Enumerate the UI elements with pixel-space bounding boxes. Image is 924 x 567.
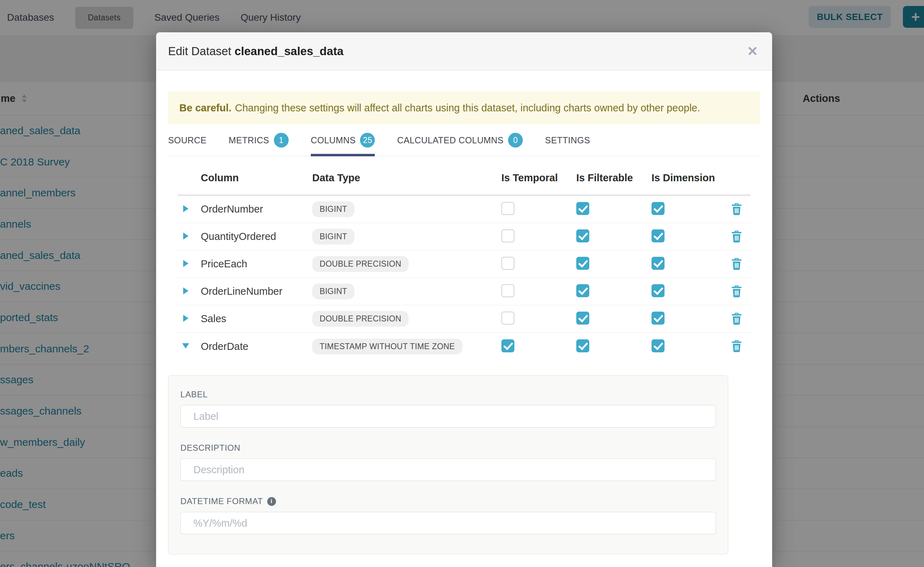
column-name: PriceEach xyxy=(201,258,312,270)
data-type-pill: BIGINT xyxy=(312,201,354,217)
delete-icon[interactable] xyxy=(731,340,742,353)
is-dimension-checkbox[interactable] xyxy=(652,202,665,215)
warning-text: Changing these settings will affect all … xyxy=(235,102,700,114)
delete-icon[interactable] xyxy=(731,313,742,325)
tab-metrics[interactable]: METRICS 1 xyxy=(229,124,288,156)
data-type-pill: DOUBLE PRECISION xyxy=(312,256,409,272)
columns-table-header: Column Data Type Is Temporal Is Filterab… xyxy=(178,156,751,196)
expand-caret-icon[interactable] xyxy=(183,205,188,212)
is-temporal-checkbox[interactable] xyxy=(501,202,515,215)
column-name: OrderNumber xyxy=(201,203,312,215)
modal-title-prefix: Edit Dataset xyxy=(168,45,231,58)
close-icon[interactable]: ✕ xyxy=(747,45,758,58)
info-icon[interactable]: i xyxy=(267,497,276,506)
expand-caret-icon[interactable] xyxy=(183,260,188,267)
column-row: QuantityOrdered BIGINT xyxy=(178,223,751,250)
modal-tabs: SOURCE METRICS 1 COLUMNS 25 CALCULATED C… xyxy=(168,124,760,156)
column-row: OrderLineNumber BIGINT xyxy=(178,278,751,305)
is-filterable-checkbox[interactable] xyxy=(576,312,589,325)
is-filterable-checkbox[interactable] xyxy=(576,284,589,297)
column-name: OrderLineNumber xyxy=(201,286,312,297)
delete-icon[interactable] xyxy=(731,203,742,216)
is-filterable-checkbox[interactable] xyxy=(576,257,589,270)
tab-settings[interactable]: SETTINGS xyxy=(545,124,590,156)
is-dimension-checkbox[interactable] xyxy=(652,339,665,352)
modal-header: Edit Dataset cleaned_sales_data ✕ xyxy=(156,32,772,70)
is-temporal-checkbox[interactable] xyxy=(501,257,515,270)
is-dimension-checkbox[interactable] xyxy=(652,312,665,325)
is-dimension-checkbox[interactable] xyxy=(652,284,665,297)
is-filterable-checkbox[interactable] xyxy=(576,339,589,352)
header-column: Column xyxy=(201,172,312,184)
tab-source[interactable]: SOURCE xyxy=(168,124,206,156)
column-row: OrderNumber BIGINT xyxy=(178,196,751,223)
expand-caret-icon[interactable] xyxy=(183,232,188,240)
metrics-count-badge: 1 xyxy=(274,133,289,147)
calculated-columns-count-badge: 0 xyxy=(508,133,523,147)
is-temporal-checkbox[interactable] xyxy=(501,312,515,325)
data-type-pill: BIGINT xyxy=(312,284,354,299)
tab-calculated-columns[interactable]: CALCULATED COLUMNS 0 xyxy=(397,124,523,156)
modal-title: Edit Dataset cleaned_sales_data xyxy=(168,45,343,58)
is-dimension-checkbox[interactable] xyxy=(652,230,665,242)
edit-dataset-modal: Edit Dataset cleaned_sales_data ✕ Be car… xyxy=(156,32,772,567)
tab-columns[interactable]: COLUMNS 25 xyxy=(311,124,375,156)
is-dimension-checkbox[interactable] xyxy=(652,257,665,270)
data-type-pill: TIMESTAMP WITHOUT TIME ZONE xyxy=(312,339,462,354)
expand-caret-icon[interactable] xyxy=(183,287,188,294)
column-row: Sales DOUBLE PRECISION xyxy=(178,305,751,333)
is-temporal-checkbox[interactable] xyxy=(501,230,515,242)
data-type-pill: DOUBLE PRECISION xyxy=(312,311,409,327)
delete-icon[interactable] xyxy=(731,258,742,270)
column-row-expanded: OrderDate TIMESTAMP WITHOUT TIME ZONE xyxy=(178,333,751,360)
column-name: OrderDate xyxy=(201,341,312,352)
label-field-label: LABEL xyxy=(181,390,716,399)
description-input[interactable] xyxy=(181,459,716,481)
column-detail-panel: LABEL DESCRIPTION DATETIME FORMAT i xyxy=(168,375,728,554)
datetime-format-input[interactable] xyxy=(181,512,716,534)
is-filterable-checkbox[interactable] xyxy=(576,202,589,215)
header-is-temporal: Is Temporal xyxy=(501,172,576,184)
is-temporal-checkbox[interactable] xyxy=(501,284,515,297)
warning-bold-text: Be careful. xyxy=(179,102,231,114)
datetime-format-field-label: DATETIME FORMAT i xyxy=(181,496,716,506)
data-type-pill: BIGINT xyxy=(312,229,354,244)
header-data-type: Data Type xyxy=(312,172,501,184)
expand-caret-icon[interactable] xyxy=(183,315,188,322)
collapse-caret-icon[interactable] xyxy=(182,343,189,348)
delete-icon[interactable] xyxy=(731,285,742,298)
is-filterable-checkbox[interactable] xyxy=(576,230,589,242)
columns-table: Column Data Type Is Temporal Is Filterab… xyxy=(178,156,751,360)
delete-icon[interactable] xyxy=(731,231,742,243)
header-is-filterable: Is Filterable xyxy=(576,172,652,184)
columns-count-badge: 25 xyxy=(360,133,375,147)
screen: Databases Datasets Saved Queries Query H… xyxy=(0,0,924,567)
label-input[interactable] xyxy=(181,405,716,428)
description-field-label: DESCRIPTION xyxy=(181,443,716,453)
is-temporal-checkbox[interactable] xyxy=(501,339,515,352)
column-row: PriceEach DOUBLE PRECISION xyxy=(178,250,751,278)
column-name: QuantityOrdered xyxy=(201,231,312,242)
header-is-dimension: Is Dimension xyxy=(652,172,722,184)
modal-title-dataset-name: cleaned_sales_data xyxy=(235,45,343,58)
warning-banner: Be careful. Changing these settings will… xyxy=(168,92,760,124)
column-name: Sales xyxy=(201,313,312,325)
